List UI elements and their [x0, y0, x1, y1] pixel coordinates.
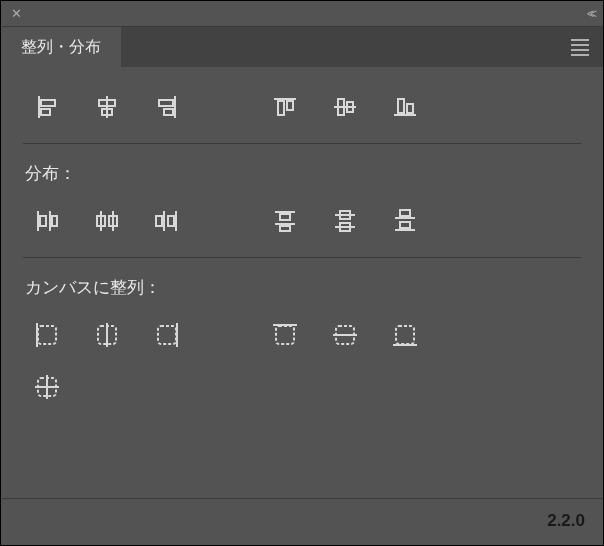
tab-row: 整列・分布	[1, 27, 603, 67]
canvas-align-bottom-button[interactable]	[389, 319, 421, 351]
svg-rect-27	[175, 211, 177, 231]
svg-rect-1	[41, 100, 55, 106]
canvas-align-left-button[interactable]	[31, 319, 63, 351]
canvas-align-left-icon	[33, 321, 61, 349]
panel-content: 分布：	[1, 67, 603, 498]
align-top-button[interactable]	[269, 91, 301, 123]
svg-rect-22	[100, 211, 102, 231]
align-bottom-button[interactable]	[389, 91, 421, 123]
divider	[23, 257, 581, 258]
close-icon[interactable]: ✕	[11, 6, 22, 21]
svg-rect-35	[335, 226, 355, 228]
svg-rect-29	[168, 216, 174, 226]
panel-menu-icon[interactable]	[571, 39, 589, 56]
align-top-icon	[272, 94, 298, 120]
canvas-align-right-icon	[153, 321, 181, 349]
svg-rect-53	[393, 344, 417, 346]
distribute-left-icon	[34, 208, 60, 234]
distribute-row	[25, 199, 579, 257]
align-right-icon	[154, 94, 180, 120]
svg-rect-56	[35, 386, 59, 388]
svg-rect-9	[274, 98, 296, 100]
tab-align-distribute[interactable]: 整列・分布	[1, 27, 121, 67]
svg-rect-28	[156, 216, 162, 226]
distribute-vcenter-icon	[332, 208, 358, 234]
align-left-icon	[34, 94, 60, 120]
svg-rect-0	[38, 96, 40, 118]
title-bar: ✕ <<	[1, 1, 603, 27]
svg-rect-49	[273, 324, 297, 326]
svg-rect-7	[159, 100, 173, 106]
svg-rect-31	[275, 223, 295, 225]
canvas-align-hcenter-button[interactable]	[91, 319, 123, 351]
svg-rect-19	[49, 211, 51, 231]
svg-rect-46	[158, 326, 176, 344]
canvas-align-top-icon	[271, 321, 299, 349]
svg-rect-42	[38, 326, 56, 344]
distribute-right-button[interactable]	[151, 205, 183, 237]
svg-rect-39	[395, 229, 415, 231]
distribute-bottom-icon	[392, 208, 418, 234]
svg-rect-30	[275, 211, 295, 213]
distribute-label: 分布：	[25, 162, 579, 185]
svg-rect-41	[400, 222, 410, 228]
distribute-bottom-button[interactable]	[389, 205, 421, 237]
canvas-align-center-button[interactable]	[31, 371, 63, 403]
svg-rect-38	[395, 217, 415, 219]
svg-rect-40	[400, 210, 410, 216]
svg-rect-15	[394, 114, 416, 116]
svg-rect-47	[176, 323, 178, 347]
canvas-align-row-1	[25, 313, 579, 371]
svg-rect-51	[333, 334, 357, 336]
svg-rect-6	[174, 96, 176, 118]
svg-rect-48	[276, 326, 294, 344]
canvas-align-center-icon	[33, 373, 61, 401]
align-row	[25, 67, 579, 143]
align-vcenter-icon	[332, 94, 358, 120]
svg-rect-11	[287, 101, 293, 110]
svg-rect-45	[106, 323, 108, 347]
svg-rect-20	[40, 216, 46, 226]
canvas-align-vcenter-icon	[331, 321, 359, 349]
svg-rect-52	[396, 326, 414, 344]
align-hcenter-icon	[94, 94, 120, 120]
canvas-align-label: カンバスに整列：	[25, 276, 579, 299]
divider	[23, 143, 581, 144]
align-left-button[interactable]	[31, 91, 63, 123]
canvas-align-vcenter-button[interactable]	[329, 319, 361, 351]
svg-rect-23	[112, 211, 114, 231]
distribute-top-icon	[272, 208, 298, 234]
distribute-right-icon	[154, 208, 180, 234]
canvas-align-hcenter-icon	[93, 321, 121, 349]
svg-rect-34	[335, 214, 355, 216]
svg-rect-21	[52, 216, 57, 226]
tab-label: 整列・分布	[21, 37, 101, 58]
collapse-icon[interactable]: <<	[587, 7, 593, 21]
svg-rect-2	[41, 109, 50, 115]
svg-rect-17	[407, 104, 413, 113]
distribute-left-button[interactable]	[31, 205, 63, 237]
align-hcenter-button[interactable]	[91, 91, 123, 123]
svg-rect-10	[278, 101, 284, 115]
align-bottom-icon	[392, 94, 418, 120]
align-distribute-panel: ✕ << 整列・分布	[0, 0, 604, 546]
canvas-align-bottom-icon	[391, 321, 419, 349]
svg-rect-16	[398, 99, 404, 113]
svg-rect-18	[37, 211, 39, 231]
distribute-vcenter-button[interactable]	[329, 205, 361, 237]
svg-rect-32	[280, 214, 290, 220]
distribute-top-button[interactable]	[269, 205, 301, 237]
canvas-align-right-button[interactable]	[151, 319, 183, 351]
align-vcenter-button[interactable]	[329, 91, 361, 123]
svg-rect-43	[36, 323, 38, 347]
distribute-hcenter-icon	[94, 208, 120, 234]
canvas-align-top-button[interactable]	[269, 319, 301, 351]
svg-rect-33	[280, 226, 290, 231]
version-label: 2.2.0	[1, 498, 603, 545]
svg-rect-26	[163, 211, 165, 231]
align-right-button[interactable]	[151, 91, 183, 123]
distribute-hcenter-button[interactable]	[91, 205, 123, 237]
svg-rect-8	[164, 109, 173, 115]
canvas-align-row-2	[25, 371, 579, 423]
